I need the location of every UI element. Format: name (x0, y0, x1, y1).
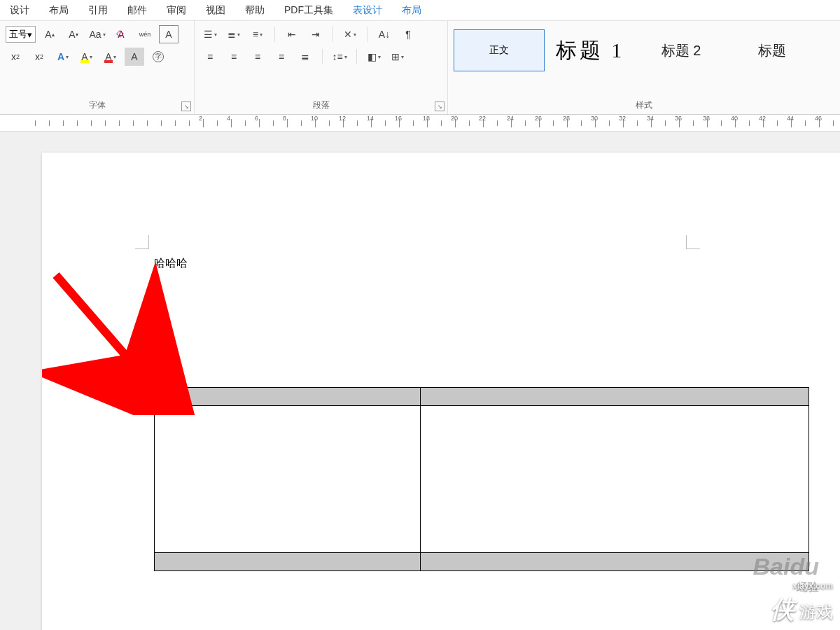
indent-icon: ⇥ (312, 29, 320, 40)
tab-layout[interactable]: 布局 (39, 0, 78, 20)
tab-table-design[interactable]: 表设计 (343, 0, 392, 20)
style-normal[interactable]: 正文 (454, 29, 545, 71)
paragraph-dialog-launcher[interactable]: ↘ (435, 102, 444, 111)
line-spacing-icon: ↕≡ (332, 51, 342, 62)
sort-icon: A↓ (379, 29, 390, 40)
enclose-characters-button[interactable]: 字 (148, 48, 168, 66)
font-group-label: 字体 (6, 97, 188, 114)
align-center-button[interactable]: ≡ (224, 48, 244, 66)
font-size-select[interactable]: 五号 ▾ (6, 26, 36, 43)
style-heading1[interactable]: 标题 1 (545, 29, 636, 71)
outdent-icon: ⇤ (288, 29, 296, 40)
table-row[interactable] (155, 388, 809, 406)
line-spacing-button[interactable]: ↕≡▾ (330, 48, 349, 66)
increase-indent-button[interactable]: ⇥ (306, 25, 326, 43)
align-center-icon: ≡ (231, 51, 237, 62)
separator (356, 49, 357, 64)
phonetic-guide-button[interactable]: wén (135, 25, 155, 43)
distribute-button[interactable]: ≣ (295, 48, 315, 66)
bullets-icon: ☰ (204, 29, 213, 40)
table-cell[interactable] (155, 406, 421, 553)
tab-mailings[interactable]: 邮件 (118, 0, 157, 20)
document-page[interactable]: 哈哈哈 ✥ (42, 153, 840, 630)
font-size-value: 五号 (9, 28, 27, 41)
asian-layout-button[interactable]: ✕▾ (340, 25, 360, 43)
tab-pdf-tools[interactable]: PDF工具集 (274, 0, 343, 20)
font-color-button[interactable]: A▾ (101, 48, 120, 66)
align-right-button[interactable]: ≡ (248, 48, 267, 66)
superscript-button[interactable]: x2 (29, 48, 49, 66)
align-right-icon: ≡ (255, 51, 260, 62)
paint-bucket-icon: ◧ (368, 51, 377, 62)
document-area[interactable]: 哈哈哈 ✥ (0, 132, 840, 630)
document-body-text[interactable]: 哈哈哈 (154, 256, 188, 271)
ribbon: 五号 ▾ A▴ A▾ Aa▾ A◇ wén A x2 x2 A▾ A▾ A▾ A… (0, 21, 840, 115)
margin-corner-top-left (135, 235, 149, 249)
multilevel-list-button[interactable]: ≡▾ (248, 25, 267, 43)
menu-bar: 设计 布局 引用 邮件 审阅 视图 帮助 PDF工具集 表设计 布局 (0, 0, 840, 21)
clear-formatting-button[interactable]: A◇ (111, 25, 131, 43)
numbering-icon: ≣ (227, 29, 236, 40)
chevron-down-icon: ▾ (27, 29, 32, 40)
style-heading2[interactable]: 标题 2 (636, 29, 727, 71)
asian-layout-icon: ✕ (344, 29, 352, 40)
align-left-button[interactable]: ≡ (200, 48, 220, 66)
change-case-label: Aa (89, 29, 101, 40)
font-dialog-launcher[interactable]: ↘ (181, 102, 191, 111)
tab-table-layout[interactable]: 布局 (392, 0, 431, 20)
character-border-button[interactable]: A (159, 25, 178, 43)
table-row[interactable] (155, 406, 809, 553)
borders-button[interactable]: ⊞▾ (388, 48, 407, 66)
separator (332, 27, 333, 42)
watermark-xiayx: xiayx.com 侠 游戏 (771, 570, 833, 626)
table-cell[interactable] (421, 388, 809, 406)
pilcrow-icon: ¶ (405, 29, 411, 40)
character-shading-button[interactable]: A (125, 48, 144, 66)
ribbon-group-font: 五号 ▾ A▴ A▾ Aa▾ A◇ wén A x2 x2 A▾ A▾ A▾ A… (0, 21, 195, 114)
watermark-xiayx-url: xiayx.com (792, 581, 833, 591)
numbering-button[interactable]: ≣▾ (224, 25, 244, 43)
document-table[interactable] (154, 387, 809, 571)
watermark-xiayx-left: 侠 (771, 596, 794, 622)
char-border-label: A (165, 29, 172, 40)
highlight-button[interactable]: A▾ (77, 48, 97, 66)
sort-button[interactable]: A↓ (374, 25, 394, 43)
tab-view[interactable]: 视图 (196, 0, 235, 20)
watermark-xiayx-right: 游戏 (799, 602, 833, 621)
table-row[interactable] (155, 553, 809, 571)
shrink-font-button[interactable]: A▾ (64, 25, 83, 43)
subscript-button[interactable]: x2 (6, 48, 25, 66)
move-icon: ✥ (146, 378, 153, 388)
bullets-button[interactable]: ☰▾ (200, 25, 220, 43)
tab-review[interactable]: 审阅 (157, 0, 196, 20)
svg-line-1 (56, 275, 147, 380)
separator (322, 49, 323, 64)
text-effects-button[interactable]: A▾ (53, 48, 73, 66)
horizontal-ruler[interactable]: 2468101214161820222426283032343638404244… (0, 115, 840, 132)
shading-button[interactable]: ◧▾ (364, 48, 384, 66)
table-cell[interactable] (421, 406, 809, 553)
tab-design[interactable]: 设计 (0, 0, 39, 20)
distribute-icon: ≣ (301, 51, 309, 62)
decrease-indent-button[interactable]: ⇤ (282, 25, 302, 43)
multilevel-icon: ≡ (253, 29, 258, 40)
table-cell[interactable] (155, 553, 421, 571)
separator (367, 27, 368, 42)
change-case-button[interactable]: Aa▾ (88, 25, 107, 43)
phonetic-label: wén (139, 31, 151, 38)
ribbon-group-paragraph: ☰▾ ≣▾ ≡▾ ⇤ ⇥ ✕▾ A↓ ¶ ≡ ≡ ≡ ≡ ≣ ↕≡▾ ◧▾ ⊞▾… (195, 21, 448, 114)
style-title[interactable]: 标题 (727, 29, 818, 71)
justify-button[interactable]: ≡ (272, 48, 291, 66)
grow-font-button[interactable]: A▴ (40, 25, 59, 43)
table-cell[interactable] (155, 388, 421, 406)
table-cell[interactable] (421, 553, 809, 571)
margin-corner-top-right (686, 235, 700, 249)
justify-icon: ≡ (279, 51, 284, 62)
align-left-icon: ≡ (207, 51, 213, 62)
styles-group-label: 样式 (454, 97, 834, 114)
show-hide-marks-button[interactable]: ¶ (398, 25, 418, 43)
tab-help[interactable]: 帮助 (235, 0, 274, 20)
enclose-label: 字 (153, 51, 164, 62)
paragraph-group-label: 段落 (200, 97, 442, 114)
tab-references[interactable]: 引用 (78, 0, 118, 20)
